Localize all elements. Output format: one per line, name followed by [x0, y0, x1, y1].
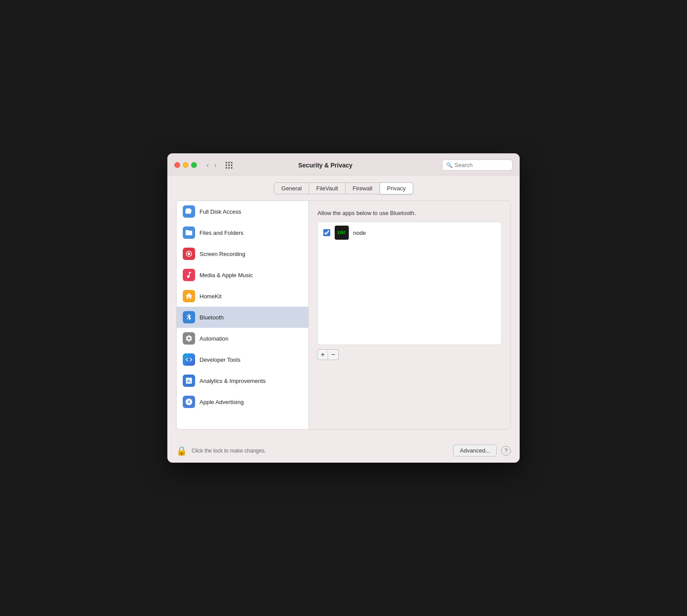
- svg-point-3: [188, 252, 190, 255]
- tabs-bar: General FileVault Firewall Privacy: [176, 182, 511, 194]
- add-remove-buttons: + −: [318, 349, 502, 360]
- minimize-button[interactable]: [183, 162, 188, 168]
- close-button[interactable]: [174, 162, 180, 168]
- search-icon: 🔍: [446, 162, 453, 168]
- sidebar-item-label: HomeKit: [199, 293, 222, 300]
- exec-label: EXEC: [337, 231, 346, 235]
- table-row: EXEC node: [318, 222, 501, 243]
- sidebar-item-label: Automation: [199, 335, 229, 342]
- node-checkbox[interactable]: [323, 229, 330, 236]
- add-button[interactable]: +: [318, 349, 328, 360]
- allow-description: Allow the apps below to use Bluetooth.: [318, 210, 502, 216]
- sidebar-item-bluetooth[interactable]: Bluetooth: [177, 307, 308, 328]
- sidebar-item-media-apple-music[interactable]: Media & Apple Music: [177, 264, 308, 286]
- media-apple-music-icon: [183, 269, 195, 281]
- right-panel: Allow the apps below to use Bluetooth. E…: [309, 201, 510, 429]
- search-box[interactable]: 🔍: [442, 160, 513, 171]
- sidebar-item-homekit[interactable]: HomeKit: [177, 286, 308, 307]
- window-title: Security & Privacy: [213, 162, 438, 169]
- sidebar-item-analytics[interactable]: Analytics & Improvements: [177, 370, 308, 391]
- sidebar-item-label: Full Disk Access: [199, 208, 241, 215]
- lock-icon[interactable]: 🔒: [176, 445, 187, 456]
- automation-icon: [183, 332, 195, 345]
- titlebar: ‹ › Security & Privacy 🔍: [167, 153, 520, 175]
- sidebar-item-label: Files and Folders: [199, 230, 244, 236]
- sidebar-item-screen-recording[interactable]: Screen Recording: [177, 243, 308, 264]
- screen-recording-icon: [183, 248, 195, 260]
- bottom-bar: 🔒 Click the lock to make changes. Advanc…: [167, 438, 520, 463]
- remove-button[interactable]: −: [328, 349, 339, 360]
- sidebar-item-apple-advertising[interactable]: Apple Advertising: [177, 391, 308, 412]
- lock-text: Click the lock to make changes.: [192, 448, 449, 454]
- analytics-icon: [183, 375, 195, 387]
- developer-tools-icon: [183, 353, 195, 366]
- sidebar-item-label: Developer Tools: [199, 356, 240, 363]
- tab-firewall[interactable]: Firewall: [346, 182, 380, 194]
- sidebar: Full Disk Access Files and Folders Scree…: [177, 201, 309, 429]
- homekit-icon: [183, 290, 195, 302]
- sidebar-item-label: Bluetooth: [199, 314, 224, 321]
- advanced-button[interactable]: Advanced...: [453, 445, 497, 456]
- help-button[interactable]: ?: [501, 446, 511, 456]
- sidebar-item-label: Analytics & Improvements: [199, 378, 266, 384]
- sidebar-item-files-and-folders[interactable]: Files and Folders: [177, 222, 308, 243]
- tab-privacy[interactable]: Privacy: [380, 182, 414, 194]
- maximize-button[interactable]: [191, 162, 197, 168]
- node-app-icon: EXEC: [335, 226, 349, 240]
- main-panel: Full Disk Access Files and Folders Scree…: [176, 200, 511, 430]
- apple-advertising-icon: [183, 396, 195, 408]
- sidebar-item-label: Screen Recording: [199, 251, 245, 257]
- svg-rect-0: [186, 209, 188, 212]
- tab-general[interactable]: General: [274, 182, 309, 194]
- bluetooth-icon: [183, 311, 195, 323]
- search-input[interactable]: [454, 162, 507, 168]
- node-app-name: node: [353, 230, 366, 236]
- svg-rect-1: [189, 209, 192, 212]
- sidebar-item-developer-tools[interactable]: Developer Tools: [177, 349, 308, 370]
- main-window: ‹ › Security & Privacy 🔍 General FileVau…: [167, 153, 520, 463]
- files-and-folders-icon: [183, 226, 195, 239]
- sidebar-item-label: Apple Advertising: [199, 399, 244, 405]
- apps-list: EXEC node: [318, 222, 502, 345]
- back-button[interactable]: ‹: [205, 161, 211, 170]
- content-area: General FileVault Firewall Privacy Full …: [167, 175, 520, 438]
- sidebar-item-full-disk-access[interactable]: Full Disk Access: [177, 201, 308, 222]
- tab-filevault[interactable]: FileVault: [309, 182, 346, 194]
- full-disk-access-icon: [183, 205, 195, 218]
- sidebar-item-automation[interactable]: Automation: [177, 328, 308, 349]
- traffic-lights: [174, 162, 197, 168]
- sidebar-item-label: Media & Apple Music: [199, 272, 253, 278]
